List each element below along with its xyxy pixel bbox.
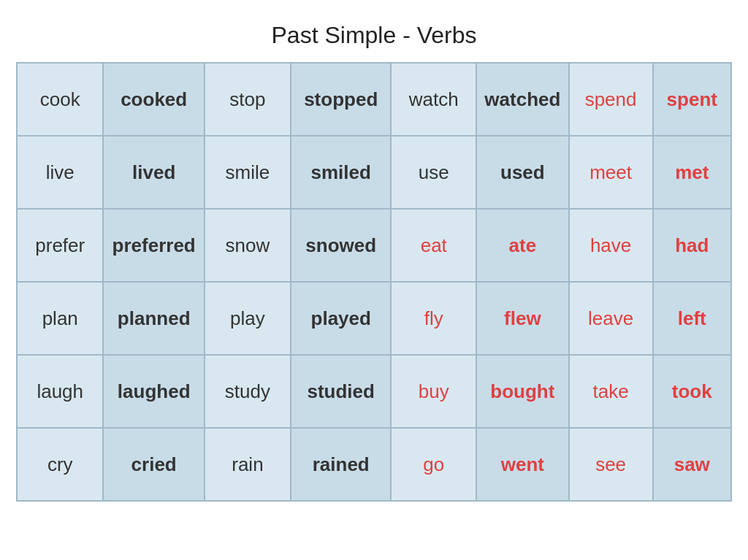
- table-cell: have: [569, 209, 653, 282]
- table-cell: cook: [17, 63, 103, 136]
- table-cell: planned: [103, 282, 204, 355]
- table-cell: saw: [653, 428, 731, 501]
- table-cell: cried: [103, 428, 204, 501]
- table-cell: spend: [569, 63, 653, 136]
- table-cell: ate: [476, 209, 569, 282]
- table-cell: eat: [391, 209, 476, 282]
- table-cell: met: [653, 136, 731, 209]
- table-cell: took: [653, 355, 731, 428]
- table-cell: lived: [103, 136, 204, 209]
- table-cell: spent: [653, 63, 731, 136]
- table-cell: cry: [17, 428, 103, 501]
- table-cell: go: [391, 428, 476, 501]
- table-cell: studied: [291, 355, 392, 428]
- table-cell: had: [653, 209, 731, 282]
- table-cell: use: [391, 136, 476, 209]
- page-title: Past Simple - Verbs: [272, 22, 477, 49]
- table-cell: snow: [205, 209, 291, 282]
- verbs-table: cookcookedstopstoppedwatchwatchedspendsp…: [16, 62, 732, 502]
- table-cell: buy: [391, 355, 476, 428]
- table-cell: fly: [391, 282, 476, 355]
- table-cell: plan: [17, 282, 103, 355]
- table-cell: cooked: [103, 63, 204, 136]
- table-cell: watched: [476, 63, 569, 136]
- table-cell: used: [476, 136, 569, 209]
- table-cell: leave: [569, 282, 653, 355]
- table-cell: smile: [205, 136, 291, 209]
- table-cell: play: [205, 282, 291, 355]
- table-cell: left: [653, 282, 731, 355]
- table-cell: study: [205, 355, 291, 428]
- table-cell: laugh: [17, 355, 103, 428]
- table-cell: see: [569, 428, 653, 501]
- table-cell: prefer: [17, 209, 103, 282]
- table-cell: rain: [205, 428, 291, 501]
- table-cell: stop: [205, 63, 291, 136]
- table-cell: went: [476, 428, 569, 501]
- table-cell: laughed: [103, 355, 204, 428]
- table-cell: played: [291, 282, 392, 355]
- table-cell: live: [17, 136, 103, 209]
- table-cell: bought: [476, 355, 569, 428]
- table-cell: take: [569, 355, 653, 428]
- table-cell: rained: [291, 428, 392, 501]
- table-cell: meet: [569, 136, 653, 209]
- table-cell: preferred: [103, 209, 204, 282]
- table-cell: stopped: [291, 63, 392, 136]
- table-cell: smiled: [291, 136, 392, 209]
- table-cell: snowed: [291, 209, 392, 282]
- table-cell: flew: [476, 282, 569, 355]
- table-cell: watch: [391, 63, 476, 136]
